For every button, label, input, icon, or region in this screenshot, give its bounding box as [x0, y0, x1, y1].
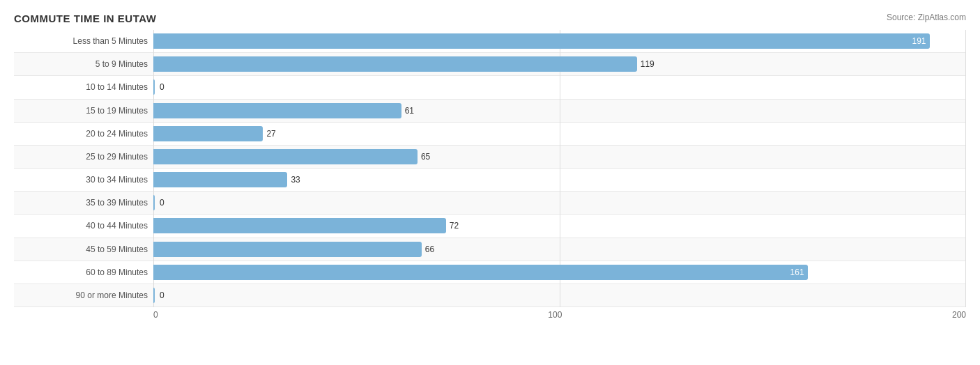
- source-label: Source: ZipAtlas.com: [887, 13, 966, 22]
- bar-row: 10 to 14 Minutes0: [14, 76, 966, 99]
- bar-label: 35 to 39 Minutes: [14, 198, 153, 208]
- bar-value: 0: [160, 290, 164, 300]
- bar-fill: 72: [153, 218, 446, 233]
- bar-value: 0: [160, 198, 164, 208]
- bar-fill: 61: [153, 103, 401, 118]
- bar-track: 0: [153, 76, 966, 98]
- bar-track: 66: [153, 238, 966, 261]
- bar-row: 5 to 9 Minutes119: [14, 53, 966, 76]
- bar-value: 161: [790, 267, 804, 277]
- bar-row: 25 to 29 Minutes65: [14, 146, 966, 169]
- bar-label: Less than 5 Minutes: [14, 36, 153, 46]
- bar-fill: 33: [153, 172, 287, 187]
- bar-row: 15 to 19 Minutes61: [14, 100, 966, 123]
- bar-row: 60 to 89 Minutes161: [14, 261, 966, 284]
- bar-label: 40 to 44 Minutes: [14, 221, 153, 231]
- chart-area: Less than 5 Minutes1915 to 9 Minutes1191…: [14, 30, 966, 320]
- bar-fill: 0: [153, 79, 155, 95]
- bar-track: 191: [153, 30, 966, 52]
- bar-value: 65: [421, 152, 430, 162]
- bar-fill: 119: [153, 56, 637, 72]
- x-tick-100: 100: [548, 310, 562, 320]
- bar-track: 0: [153, 192, 966, 214]
- bar-value: 119: [641, 59, 654, 69]
- bar-track: 72: [153, 215, 966, 237]
- x-axis: 0 100 200: [153, 307, 966, 320]
- bar-row: 20 to 24 Minutes27: [14, 123, 966, 146]
- bar-track: 33: [153, 169, 966, 191]
- bar-label: 45 to 59 Minutes: [14, 244, 153, 254]
- chart-title: COMMUTE TIME IN EUTAW: [14, 13, 966, 24]
- bar-fill: 191: [153, 33, 930, 49]
- bar-value: 191: [912, 36, 926, 46]
- bar-value: 27: [266, 129, 275, 139]
- bar-row: 40 to 44 Minutes72: [14, 215, 966, 238]
- bar-row: Less than 5 Minutes191: [14, 30, 966, 53]
- bar-row: 35 to 39 Minutes0: [14, 192, 966, 215]
- bar-value: 61: [405, 106, 414, 116]
- bar-value: 66: [425, 244, 434, 254]
- bar-label: 90 or more Minutes: [14, 290, 153, 300]
- bar-value: 72: [450, 221, 459, 231]
- bar-track: 119: [153, 53, 966, 75]
- x-tick-200: 200: [952, 310, 966, 320]
- bar-fill: 161: [153, 265, 808, 280]
- bar-fill: 27: [153, 126, 263, 141]
- bar-fill: 66: [153, 242, 422, 257]
- bar-label: 25 to 29 Minutes: [14, 152, 153, 162]
- bar-value: 0: [160, 82, 164, 92]
- chart-container: COMMUTE TIME IN EUTAW Source: ZipAtlas.c…: [0, 0, 980, 365]
- bar-track: 161: [153, 261, 966, 284]
- bar-fill: 0: [153, 288, 155, 303]
- bar-row: 90 or more Minutes0: [14, 284, 966, 307]
- bar-track: 65: [153, 146, 966, 168]
- x-tick-0: 0: [153, 310, 158, 320]
- bar-label: 20 to 24 Minutes: [14, 129, 153, 139]
- bar-track: 0: [153, 284, 966, 306]
- bar-track: 61: [153, 100, 966, 122]
- bar-row: 45 to 59 Minutes66: [14, 238, 966, 261]
- bar-track: 27: [153, 123, 966, 145]
- bar-fill: 65: [153, 149, 418, 164]
- bar-label: 60 to 89 Minutes: [14, 267, 153, 277]
- bar-label: 15 to 19 Minutes: [14, 106, 153, 116]
- bar-label: 30 to 34 Minutes: [14, 175, 153, 185]
- bars-section: Less than 5 Minutes1915 to 9 Minutes1191…: [14, 30, 966, 307]
- bar-label: 10 to 14 Minutes: [14, 82, 153, 92]
- bar-value: 33: [291, 175, 300, 185]
- bar-label: 5 to 9 Minutes: [14, 59, 153, 69]
- bar-row: 30 to 34 Minutes33: [14, 169, 966, 192]
- bar-fill: 0: [153, 195, 155, 210]
